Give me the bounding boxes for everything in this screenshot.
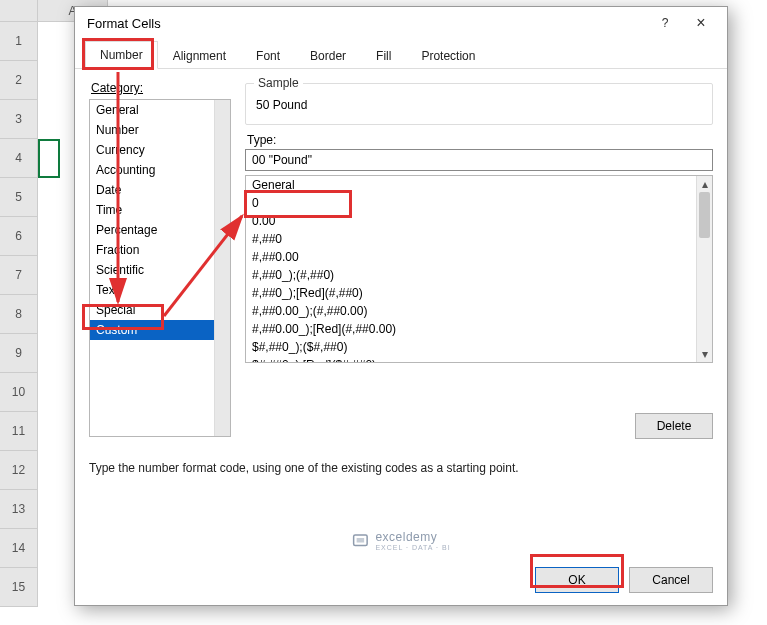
type-label: Type: [247,133,713,147]
tab-fill[interactable]: Fill [361,42,406,69]
category-item-special[interactable]: Special [90,300,214,320]
tab-border[interactable]: Border [295,42,361,69]
watermark-icon [351,532,369,550]
category-item-custom[interactable]: Custom [90,320,214,340]
row-header-8[interactable]: 8 [0,295,38,334]
format-scrollbar[interactable]: ▴ ▾ [696,176,712,362]
row-header-13[interactable]: 13 [0,490,38,529]
category-item-scientific[interactable]: Scientific [90,260,214,280]
format-item[interactable]: #,##0_);(#,##0) [246,266,696,284]
format-item[interactable]: 0 [246,194,696,212]
selected-cell-outline [38,139,60,178]
type-input[interactable] [245,149,713,171]
row-header-1[interactable]: 1 [0,22,38,61]
category-item-time[interactable]: Time [90,200,214,220]
category-item-accounting[interactable]: Accounting [90,160,214,180]
category-item-currency[interactable]: Currency [90,140,214,160]
row-header-11[interactable]: 11 [0,412,38,451]
tab-font[interactable]: Font [241,42,295,69]
row-header-7[interactable]: 7 [0,256,38,295]
category-item-percentage[interactable]: Percentage [90,220,214,240]
category-listbox[interactable]: GeneralNumberCurrencyAccountingDateTimeP… [89,99,231,437]
category-item-number[interactable]: Number [90,120,214,140]
row-header-3[interactable]: 3 [0,100,38,139]
format-item[interactable]: #,##0_);[Red](#,##0) [246,284,696,302]
sheet-corner[interactable] [0,0,38,22]
close-icon: × [696,14,705,32]
tab-number[interactable]: Number [85,41,158,69]
format-item[interactable]: General [246,176,696,194]
help-icon: ? [662,16,669,30]
watermark: exceldemy EXCEL · DATA · BI [351,530,450,551]
help-button[interactable]: ? [647,10,683,36]
close-button[interactable]: × [683,10,719,36]
tabstrip: Number Alignment Font Border Fill Protec… [75,39,727,69]
scroll-up-icon[interactable]: ▴ [697,176,713,192]
format-listbox[interactable]: General00.00#,##0#,##0.00#,##0_);(#,##0)… [245,175,713,363]
row-header-9[interactable]: 9 [0,334,38,373]
cancel-button[interactable]: Cancel [629,567,713,593]
category-item-date[interactable]: Date [90,180,214,200]
row-header-14[interactable]: 14 [0,529,38,568]
format-item[interactable]: $#,##0_);($#,##0) [246,338,696,356]
sample-group: Sample 50 Pound [245,83,713,125]
format-item[interactable]: 0.00 [246,212,696,230]
ok-button[interactable]: OK [535,567,619,593]
row-header-5[interactable]: 5 [0,178,38,217]
dialog-title: Format Cells [87,16,647,31]
watermark-sub: EXCEL · DATA · BI [375,544,450,551]
sample-value: 50 Pound [256,94,702,112]
watermark-text: exceldemy [375,530,437,544]
sample-legend: Sample [254,76,303,90]
category-item-text[interactable]: Text [90,280,214,300]
category-item-general[interactable]: General [90,100,214,120]
tab-protection[interactable]: Protection [406,42,490,69]
delete-button[interactable]: Delete [635,413,713,439]
format-item[interactable]: #,##0.00 [246,248,696,266]
row-header-12[interactable]: 12 [0,451,38,490]
format-item[interactable]: $#,##0_);[Red]($#,##0) [246,356,696,362]
row-header-6[interactable]: 6 [0,217,38,256]
scroll-down-icon[interactable]: ▾ [697,346,713,362]
category-scrollbar[interactable] [214,100,230,436]
svg-rect-1 [357,538,365,543]
titlebar: Format Cells ? × [75,7,727,39]
format-item[interactable]: #,##0.00_);(#,##0.00) [246,302,696,320]
format-item[interactable]: #,##0 [246,230,696,248]
row-header-10[interactable]: 10 [0,373,38,412]
format-cells-dialog: Format Cells ? × Number Alignment Font B… [74,6,728,606]
format-item[interactable]: #,##0.00_);[Red](#,##0.00) [246,320,696,338]
row-header-15[interactable]: 15 [0,568,38,607]
row-header-2[interactable]: 2 [0,61,38,100]
tab-alignment[interactable]: Alignment [158,42,241,69]
category-item-fraction[interactable]: Fraction [90,240,214,260]
hint-text: Type the number format code, using one o… [89,461,713,475]
row-header-4[interactable]: 4 [0,139,38,178]
